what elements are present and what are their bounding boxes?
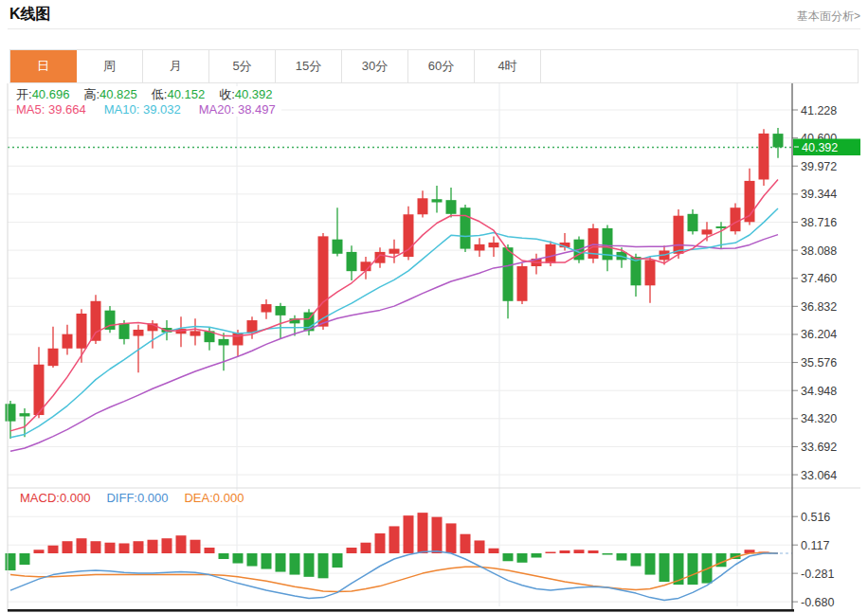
candle-body xyxy=(389,249,400,254)
macd-bar-negative xyxy=(645,553,656,575)
open-value: 40.696 xyxy=(32,87,70,101)
macd-bar-positive xyxy=(91,541,101,553)
macd-bar-positive xyxy=(389,526,400,553)
candle-body xyxy=(262,304,272,312)
diff-label: DIFF: xyxy=(106,491,137,505)
macd-item: MACD:0.000 xyxy=(20,491,90,505)
macd-bar-positive xyxy=(546,551,556,553)
diff-value: 0.000 xyxy=(137,491,169,505)
macd-bar-positive xyxy=(148,540,158,553)
ma5-item: MA5: 39.664 xyxy=(16,102,86,117)
macd-bar-negative xyxy=(517,553,528,563)
macd-bar-negative xyxy=(276,553,286,572)
candle-body xyxy=(517,266,528,301)
macd-bar-positive xyxy=(432,517,443,553)
price-tick-label: 33.692 xyxy=(801,441,837,454)
macd-bar-positive xyxy=(446,523,457,553)
price-tick-label: 34.948 xyxy=(801,385,837,398)
macd-bar-negative xyxy=(318,553,329,578)
candle-body xyxy=(475,244,485,251)
candle-body xyxy=(461,207,471,248)
candle-body xyxy=(119,323,130,339)
price-tick-label: 36.204 xyxy=(801,328,837,341)
ma-legend: MA5: 39.664 MA10: 39.032 MA20: 38.497 xyxy=(16,102,281,117)
low-value: 40.152 xyxy=(167,87,205,101)
candle-body xyxy=(645,260,656,285)
macd-bar-positive xyxy=(375,533,386,553)
candle-body xyxy=(63,334,73,349)
candle-body xyxy=(134,330,144,336)
macd-bar-positive xyxy=(461,534,471,553)
candle-body xyxy=(731,207,741,231)
macd-bar-negative xyxy=(532,553,542,558)
dea-label: DEA: xyxy=(184,491,212,505)
candle-body xyxy=(759,134,769,180)
macd-bar-positive xyxy=(205,548,215,553)
candle-body xyxy=(503,247,514,301)
dea-value: 0.000 xyxy=(213,491,244,505)
candle-body xyxy=(702,229,713,234)
macd-bar-positive xyxy=(176,535,187,553)
macd-value: 0.000 xyxy=(60,491,91,505)
macd-bar-positive xyxy=(119,543,130,553)
ma10-value: 39.032 xyxy=(143,102,181,117)
macd-bar-positive xyxy=(347,548,357,553)
macd-tick-label: -0.281 xyxy=(801,568,834,581)
kline-page: { "header": { "title": "K线图", "link": "基… xyxy=(0,0,868,613)
macd-bar-negative xyxy=(247,553,258,567)
macd-tick-label: 0.117 xyxy=(801,539,829,552)
candle-body xyxy=(375,252,386,263)
candle-body xyxy=(77,314,87,349)
macd-bar-positive xyxy=(77,538,87,553)
macd-bar-negative xyxy=(20,553,30,565)
candle-body xyxy=(546,244,556,263)
price-tick-label: 37.460 xyxy=(801,272,837,285)
candle-body xyxy=(6,404,16,421)
diff-item: DIFF:0.000 xyxy=(106,491,168,505)
macd-bar-negative xyxy=(631,553,642,567)
price-tick-label: 39.972 xyxy=(801,160,837,173)
candle-body xyxy=(489,243,499,247)
ohlc-legend: 开:40.696 高:40.825 低:40.152 收:40.392 xyxy=(16,86,279,103)
close-pair: 收:40.392 xyxy=(219,86,272,103)
candle-body xyxy=(190,331,201,335)
macd-bar-positive xyxy=(489,549,499,553)
price-tick-label: 38.088 xyxy=(801,244,837,258)
ma5-line xyxy=(10,180,778,431)
low-pair: 低:40.152 xyxy=(152,86,205,103)
macd-tick-label: -0.680 xyxy=(801,596,834,609)
price-tick-label: 41.228 xyxy=(801,104,837,117)
close-value: 40.392 xyxy=(235,87,273,101)
current-price-tag-label: 40.392 xyxy=(802,141,838,154)
macd-bar-negative xyxy=(688,553,698,585)
dea-item: DEA:0.000 xyxy=(184,491,244,505)
macd-bar-negative xyxy=(603,553,613,555)
macd-bar-positive xyxy=(48,546,59,553)
macd-bar-positive xyxy=(404,515,414,553)
candle-body xyxy=(233,333,244,345)
macd-bar-negative xyxy=(333,553,343,568)
macd-label: MACD: xyxy=(20,491,60,505)
macd-bar-positive xyxy=(190,540,201,553)
price-tick-label: 34.320 xyxy=(801,412,837,425)
close-label: 收: xyxy=(219,87,235,101)
price-tick-label: 33.064 xyxy=(801,469,837,482)
candle-body xyxy=(91,301,101,341)
macd-legend: MACD:0.000 DIFF:0.000 DEA:0.000 xyxy=(20,491,249,505)
candle-body xyxy=(404,214,414,257)
macd-bar-negative xyxy=(304,553,315,577)
macd-bar-negative xyxy=(660,553,670,582)
candle-body xyxy=(48,349,59,366)
ma5-label: MA5: xyxy=(16,102,45,117)
macd-bar-positive xyxy=(588,550,599,553)
ma20-value: 38.497 xyxy=(238,102,276,117)
low-label: 低: xyxy=(152,87,168,101)
price-tick-label: 36.832 xyxy=(801,300,837,314)
candle-body xyxy=(432,199,443,202)
high-pair: 高:40.825 xyxy=(83,86,136,103)
ma20-item: MA20: 38.497 xyxy=(199,102,276,117)
bottom-axis-bar xyxy=(8,609,794,612)
candle-body xyxy=(716,226,727,228)
macd-bar-negative xyxy=(290,553,300,575)
open-pair: 开:40.696 xyxy=(16,86,69,103)
